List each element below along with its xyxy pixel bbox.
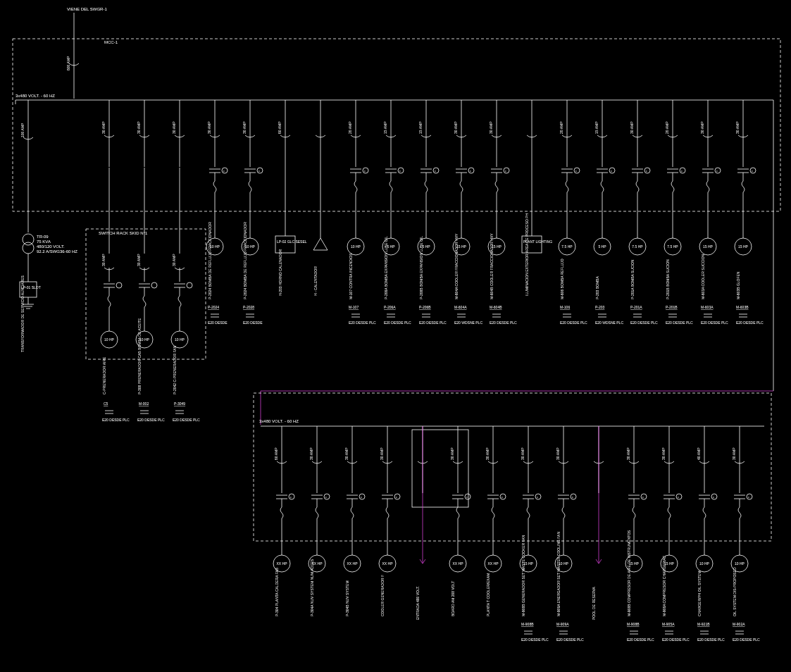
svg-text:30 AMP: 30 AMP xyxy=(485,447,490,460)
svg-text:c: c xyxy=(752,169,753,173)
svg-text:c: c xyxy=(435,169,436,173)
svg-text:c: c xyxy=(537,495,538,499)
svg-text:92.2 A/SWG36-60 HZ: 92.2 A/SWG36-60 HZ xyxy=(37,249,77,254)
svg-text:5 HP: 5 HP xyxy=(598,244,606,249)
svg-text:M-908A COMPRESOR CHARGER/AC: M-908A COMPRESOR CHARGER/AC xyxy=(662,555,666,616)
svg-text:P-2024: P-2024 xyxy=(208,305,219,309)
svg-text:P-206A: P-206A xyxy=(384,305,396,309)
svg-text:P-304A NUV SYSTEM NUM ACCES: P-304A NUV SYSTEM NUM ACCES xyxy=(310,559,314,616)
svg-text:c: c xyxy=(678,495,679,499)
svg-text:E20 DESDE PLC: E20 DESDE PLC xyxy=(102,418,130,422)
svg-text:M-604A COOLER FRACCIONADOR HVY: M-604A COOLER FRACCIONADOR HVY xyxy=(454,233,459,299)
svg-text:M-908B: M-908B xyxy=(521,622,534,626)
svg-text:CHARGER/PH OIL SYSTEM: CHARGER/PH OIL SYSTEM xyxy=(697,571,702,616)
svg-text:XX HP: XX HP xyxy=(452,561,463,566)
svg-text:M-908B COMPRESOR DE AIRE DE IN: M-908B COMPRESOR DE AIRE DE INSTRUMENTOS xyxy=(627,530,631,616)
svg-text:15 AMP: 15 AMP xyxy=(383,121,387,134)
svg-text:20 AMP: 20 AMP xyxy=(559,121,563,134)
svg-text:7.5 HP: 7.5 HP xyxy=(632,244,643,249)
svg-text:60 AMP: 60 AMP xyxy=(274,447,278,460)
svg-text:15 AMP: 15 AMP xyxy=(418,121,423,134)
svg-text:c: c xyxy=(572,495,573,499)
svg-text:M-905A: M-905A xyxy=(662,622,675,626)
svg-text:E20 DESDE PLC: E20 DESDE PLC xyxy=(701,321,728,325)
svg-text:P-201A: P-201A xyxy=(630,305,642,309)
svg-text:P-201A BOMBA SUCION: P-201A BOMBA SUCION xyxy=(630,259,635,299)
svg-text:15 AMP: 15 AMP xyxy=(594,121,599,134)
svg-text:c: c xyxy=(575,169,577,173)
svg-text:c: c xyxy=(361,495,362,499)
svg-text:E20 DESDE PLC: E20 DESDE PLC xyxy=(137,418,165,422)
svg-text:c: c xyxy=(470,169,471,173)
svg-text:30 AMP: 30 AMP xyxy=(380,447,384,460)
svg-text:c: c xyxy=(325,495,327,499)
svg-text:C5: C5 xyxy=(104,402,108,406)
svg-text:c: c xyxy=(611,169,612,173)
svg-text:c: c xyxy=(646,169,647,173)
svg-text:COOLER GENERADOR F: COOLER GENERADOR F xyxy=(380,575,385,616)
svg-text:P-2042 C-PRENERADOR FAN: P-2042 C-PRENERADOR FAN xyxy=(173,345,177,394)
svg-text:P-208B BOMBA EXPANSION LUBE OI: P-208B BOMBA EXPANSION LUBE OIL xyxy=(419,236,423,299)
svg-text:30 AMP: 30 AMP xyxy=(521,447,525,460)
svg-text:POOL DE RESERVA: POOL DE RESERVA xyxy=(592,586,596,620)
svg-text:P-2028: P-2028 xyxy=(243,305,254,309)
svg-text:M-107 CONTRA INCENDIOS: M-107 CONTRA INCENDIOS xyxy=(349,253,353,299)
svg-text:E20 DESDE PLC: E20 DESDE PLC xyxy=(666,321,693,325)
svg-text:E20 DESDE PLC: E20 DESDE PLC xyxy=(662,637,690,642)
svg-text:BOARD AM 208 VOLT: BOARD AM 208 VOLT xyxy=(451,581,455,616)
svg-text:c: c xyxy=(642,495,644,499)
svg-text:30 AMP: 30 AMP xyxy=(137,121,141,134)
svg-text:E20 WDSNE PLC: E20 WDSNE PLC xyxy=(595,321,623,325)
svg-text:M-909A: M-909A xyxy=(556,622,569,626)
svg-text:H - CALENTADOR: H - CALENTADOR xyxy=(313,266,318,296)
svg-text:ENTRADA 480 VOLT.: ENTRADA 480 VOLT. xyxy=(416,586,420,620)
svg-text:M-604B COOLER FRACCIONADOR HVY: M-604B COOLER FRACCIONADOR HVY xyxy=(490,233,494,299)
mcc-label: MCC-1 xyxy=(104,40,118,44)
svg-text:P-304B NUV SYSTEM: P-304B NUV SYSTEM xyxy=(345,580,349,616)
svg-text:30 AMP: 30 AMP xyxy=(172,254,176,266)
svg-text:30 AMP: 30 AMP xyxy=(630,121,634,134)
svg-text:M-603A: M-603A xyxy=(701,305,714,309)
svg-text:M-921B: M-921B xyxy=(697,622,710,626)
svg-text:P-2024 BOMBA DE REFLUJO FRACCI: P-2024 BOMBA DE REFLUJO FRACCIONADOR xyxy=(208,222,212,299)
svg-text:30 AMP: 30 AMP xyxy=(732,447,736,460)
svg-text:E20 DESDE PLC: E20 DESDE PLC xyxy=(733,637,760,642)
svg-text:M-909A ENERGADOR SET WASTER CO: M-909A ENERGADOR SET WASTER COOLING FAN xyxy=(556,532,561,616)
svg-text:E20 DESDE PLC: E20 DESDE PLC xyxy=(490,321,517,325)
svg-text:10 HP: 10 HP xyxy=(104,337,115,342)
svg-text:c: c xyxy=(364,169,366,173)
svg-text:M-603B GLOFEN: M-603B GLOFEN xyxy=(736,271,740,299)
svg-text:10 HP: 10 HP xyxy=(175,337,185,342)
svg-text:10 HP: 10 HP xyxy=(699,561,710,566)
svg-text:H-203 HORNO CALENADOR: H-203 HORNO CALENADOR xyxy=(278,249,282,296)
svg-text:E20 DESDE PLC: E20 DESDE PLC xyxy=(349,321,376,325)
svg-text:P-304 PLANTA CALDERA FAB: P-304 PLANTA CALDERA FAB xyxy=(275,567,279,616)
svg-text:E20 DESDE PLC: E20 DESDE PLC xyxy=(384,321,411,325)
main-amp: 600 AMP xyxy=(66,56,70,70)
svg-text:P-203: P-203 xyxy=(595,305,605,309)
svg-text:c: c xyxy=(466,495,468,499)
tx-amp: 100 AMP xyxy=(20,123,25,137)
svg-text:c: c xyxy=(713,495,714,499)
svg-text:P-201B: P-201B xyxy=(666,305,678,309)
svg-text:XX HP: XX HP xyxy=(276,561,287,566)
svg-text:M-107: M-107 xyxy=(349,305,359,309)
svg-text:30 AMP: 30 AMP xyxy=(207,121,211,134)
svg-text:30 AMP: 30 AMP xyxy=(242,121,247,134)
svg-text:480/120 VOLT.: 480/120 VOLT. xyxy=(37,244,65,249)
svg-text:30 AMP: 30 AMP xyxy=(172,121,176,134)
electrical-one-line-diagram: VIENE DEL SWGR-1 MCC-1 600 AMP 3x480 VOL… xyxy=(0,0,791,672)
svg-text:M-603A COOLER SUCCION: M-603A COOLER SUCCION xyxy=(701,254,705,299)
svg-text:30 AMP: 30 AMP xyxy=(661,447,666,460)
svg-text:c: c xyxy=(681,169,683,173)
svg-text:M-908B: M-908B xyxy=(627,622,640,626)
svg-text:c: c xyxy=(502,495,503,499)
svg-text:E20 DESDE PLC: E20 DESDE PLC xyxy=(556,637,584,642)
svg-text:5 HP: 5 HP xyxy=(422,244,430,249)
svg-text:M-002: M-002 xyxy=(139,402,149,406)
svg-text:XX HP: XX HP xyxy=(382,561,393,566)
svg-text:7.5 HP: 7.5 HP xyxy=(561,244,573,249)
svg-text:XX HP: XX HP xyxy=(487,561,499,566)
svg-text:P-2024 BOMBA DE REFLUJO FRACCI: P-2024 BOMBA DE REFLUJO FRACCIONADOR xyxy=(243,222,247,299)
svg-text:30 AMP: 30 AMP xyxy=(700,121,704,134)
